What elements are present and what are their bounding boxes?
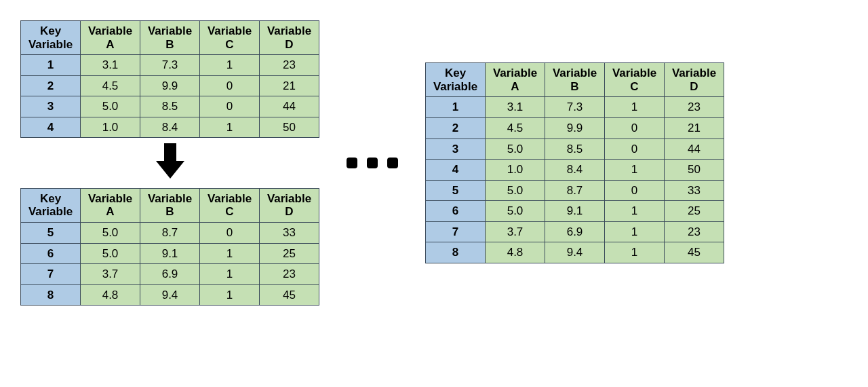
table-row: 65.09.1125 [426, 201, 724, 222]
cell-var-c: 1 [605, 97, 665, 118]
cell-key: 6 [21, 243, 81, 264]
cell-var-b: 8.5 [140, 96, 200, 117]
header-var-c: VariableC [200, 21, 260, 55]
table-row: 24.59.9021 [21, 75, 319, 96]
table-row: 24.59.9021 [426, 117, 724, 139]
cell-key: 8 [426, 242, 486, 263]
cell-key: 1 [21, 55, 81, 76]
table-merged: KeyVariable VariableA VariableB Variable… [425, 62, 724, 263]
cell-key: 7 [21, 264, 81, 285]
cell-key: 2 [426, 117, 486, 139]
table-row: 73.76.9123 [21, 264, 319, 285]
table-merged-body: 13.17.312324.59.902135.08.504441.08.4150… [426, 97, 724, 263]
cell-var-a: 4.5 [486, 117, 545, 139]
cell-var-d: 44 [260, 96, 319, 117]
cell-var-c: 0 [200, 96, 260, 117]
cell-var-b: 8.7 [545, 180, 605, 201]
cell-var-c: 0 [605, 117, 665, 139]
header-var-b: VariableB [140, 21, 200, 55]
header-key: KeyVariable [21, 21, 81, 55]
table-row: 84.89.4145 [426, 242, 724, 263]
cell-var-c: 1 [605, 201, 665, 222]
header-var-d: VariableD [260, 188, 319, 222]
cell-var-d: 45 [260, 284, 319, 306]
cell-var-b: 9.9 [545, 117, 605, 139]
cell-var-d: 33 [665, 180, 724, 201]
cell-var-a: 5.0 [486, 180, 545, 201]
cell-var-a: 4.8 [486, 242, 545, 263]
table-top: KeyVariable VariableA VariableB Variable… [20, 20, 319, 138]
table-row: 13.17.3123 [426, 97, 724, 118]
header-var-a: VariableA [81, 21, 140, 55]
cell-key: 1 [426, 97, 486, 118]
cell-var-a: 3.7 [486, 221, 545, 242]
cell-var-a: 4.5 [81, 75, 140, 96]
table-row: 35.08.5044 [426, 139, 724, 160]
cell-key: 8 [21, 284, 81, 306]
table-row: 13.17.3123 [21, 55, 319, 76]
cell-var-c: 1 [200, 55, 260, 76]
cell-var-c: 0 [605, 180, 665, 201]
table-row: 35.08.5044 [21, 96, 319, 117]
header-var-a: VariableA [486, 63, 545, 97]
table-header-row: KeyVariable VariableA VariableB Variable… [21, 188, 319, 222]
header-var-b: VariableB [545, 63, 605, 97]
header-var-c: VariableC [200, 188, 260, 222]
cell-var-b: 8.4 [545, 160, 605, 181]
cell-var-d: 23 [665, 97, 724, 118]
table-row: 41.08.4150 [426, 160, 724, 181]
cell-var-a: 4.8 [81, 284, 140, 306]
header-var-c: VariableC [605, 63, 665, 97]
cell-var-b: 8.7 [140, 222, 200, 243]
cell-key: 7 [426, 221, 486, 242]
cell-key: 6 [426, 201, 486, 222]
cell-var-d: 23 [260, 264, 319, 285]
cell-key: 4 [21, 117, 81, 138]
cell-var-b: 6.9 [140, 264, 200, 285]
table-row: 84.89.4145 [21, 284, 319, 306]
cell-var-c: 1 [200, 284, 260, 306]
cell-var-b: 9.4 [545, 242, 605, 263]
ellipsis-icon [347, 158, 398, 168]
cell-var-d: 23 [260, 55, 319, 76]
header-var-b: VariableB [140, 188, 200, 222]
cell-var-a: 3.1 [486, 97, 545, 118]
cell-var-b: 6.9 [545, 221, 605, 242]
right-column: KeyVariable VariableA VariableB Variable… [425, 62, 724, 263]
cell-var-a: 5.0 [81, 243, 140, 264]
cell-var-c: 1 [200, 117, 260, 138]
left-column: KeyVariable VariableA VariableB Variable… [20, 20, 319, 306]
cell-var-c: 1 [200, 243, 260, 264]
cell-var-a: 1.0 [81, 117, 140, 138]
cell-var-c: 1 [605, 221, 665, 242]
cell-var-c: 1 [605, 160, 665, 181]
diagram-layout: KeyVariable VariableA VariableB Variable… [20, 20, 848, 306]
arrow-down-icon [155, 142, 186, 184]
cell-var-d: 25 [260, 243, 319, 264]
table-row: 65.09.1125 [21, 243, 319, 264]
cell-var-b: 8.4 [140, 117, 200, 138]
cell-var-b: 7.3 [140, 55, 200, 76]
cell-key: 4 [426, 160, 486, 181]
cell-var-a: 5.0 [81, 96, 140, 117]
cell-var-d: 50 [665, 160, 724, 181]
cell-var-b: 9.9 [140, 75, 200, 96]
header-key: KeyVariable [426, 63, 486, 97]
cell-var-a: 5.0 [486, 139, 545, 160]
cell-var-d: 44 [665, 139, 724, 160]
table-row: 55.08.7033 [426, 180, 724, 201]
table-header-row: KeyVariable VariableA VariableB Variable… [426, 63, 724, 97]
cell-var-d: 23 [665, 221, 724, 242]
cell-key: 2 [21, 75, 81, 96]
cell-var-b: 9.4 [140, 284, 200, 306]
table-row: 55.08.7033 [21, 222, 319, 243]
table-row: 73.76.9123 [426, 221, 724, 242]
cell-var-a: 5.0 [81, 222, 140, 243]
cell-var-c: 1 [200, 264, 260, 285]
cell-key: 3 [426, 139, 486, 160]
cell-var-d: 21 [665, 117, 724, 139]
cell-var-c: 0 [605, 139, 665, 160]
table-bottom-body: 55.08.703365.09.112573.76.912384.89.4145 [21, 222, 319, 305]
cell-var-a: 5.0 [486, 201, 545, 222]
header-var-a: VariableA [81, 188, 140, 222]
